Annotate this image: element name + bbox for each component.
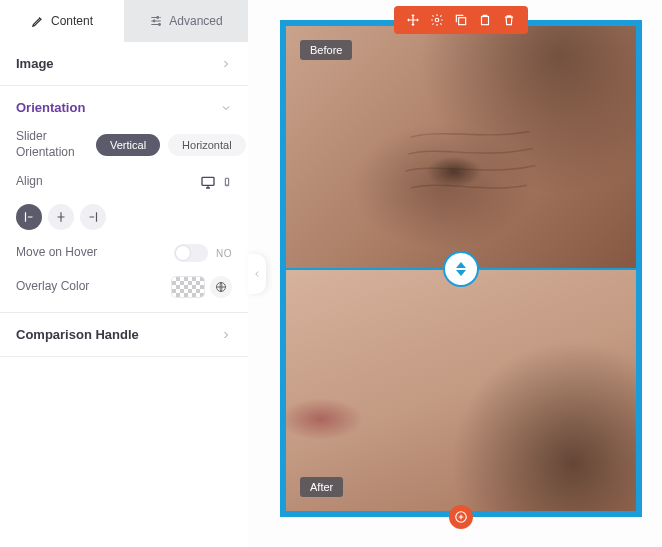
svg-point-6 <box>435 18 439 22</box>
section-orientation-title: Orientation <box>16 100 85 115</box>
tab-advanced[interactable]: Advanced <box>124 0 248 42</box>
sidebar-collapse-handle[interactable] <box>248 254 266 294</box>
svg-rect-7 <box>459 18 466 25</box>
after-image <box>286 269 636 512</box>
svg-point-0 <box>157 17 159 19</box>
move-on-hover-wrap: NO <box>174 244 232 262</box>
sidebar-tabs: Content Advanced <box>0 0 248 42</box>
preview-canvas: Before After <box>248 0 662 547</box>
device-mobile-button[interactable] <box>222 175 232 189</box>
section-orientation: Orientation Slider Orientation Vertical … <box>0 86 248 313</box>
copy-icon <box>478 13 492 27</box>
move-on-hover-label: Move on Hover <box>16 245 97 261</box>
align-center-button[interactable] <box>48 204 74 230</box>
align-label: Align <box>16 174 43 190</box>
svg-rect-3 <box>202 178 214 186</box>
section-image-title: Image <box>16 56 54 71</box>
orientation-pill-group: Vertical Horizontal <box>96 134 246 156</box>
field-overlay-color: Overlay Color <box>16 276 232 298</box>
slider-handle[interactable] <box>443 251 479 287</box>
add-widget-button[interactable] <box>449 505 473 529</box>
section-comparison-handle-title: Comparison Handle <box>16 327 139 342</box>
move-on-hover-text: NO <box>216 248 232 259</box>
align-start-icon <box>22 210 36 224</box>
svg-rect-8 <box>482 17 489 25</box>
section-image-head[interactable]: Image <box>16 56 232 71</box>
align-end-button[interactable] <box>80 204 106 230</box>
move-icon <box>406 13 420 27</box>
align-end-icon <box>86 210 100 224</box>
svg-point-1 <box>154 20 156 22</box>
chevron-down-icon <box>220 102 232 114</box>
field-align-options <box>16 204 232 230</box>
overlay-color-chip[interactable] <box>172 277 204 297</box>
tab-advanced-label: Advanced <box>169 14 222 28</box>
comparison-slider[interactable]: Before After <box>280 20 642 517</box>
section-comparison-handle: Comparison Handle <box>0 313 248 357</box>
align-center-icon <box>54 210 68 224</box>
overlay-color-controls <box>172 276 232 298</box>
wrinkle-texture <box>374 123 567 208</box>
pill-horizontal[interactable]: Horizontal <box>168 134 246 156</box>
trash-icon <box>502 13 516 27</box>
toolbar-copy-button[interactable] <box>478 13 492 27</box>
overlay-color-label: Overlay Color <box>16 279 89 295</box>
before-badge: Before <box>300 40 352 60</box>
field-move-on-hover: Move on Hover NO <box>16 244 232 262</box>
triangle-down-icon <box>456 270 466 276</box>
before-image <box>286 26 636 269</box>
global-color-button[interactable] <box>210 276 232 298</box>
responsive-switcher <box>200 174 232 190</box>
desktop-icon <box>200 174 216 190</box>
tab-content-label: Content <box>51 14 93 28</box>
toolbar-settings-button[interactable] <box>430 13 444 27</box>
pill-vertical[interactable]: Vertical <box>96 134 160 156</box>
field-align: Align <box>16 174 232 190</box>
toolbar-delete-button[interactable] <box>502 13 516 27</box>
section-orientation-head[interactable]: Orientation <box>16 100 232 115</box>
chevron-right-icon <box>220 58 232 70</box>
pencil-icon <box>31 14 45 28</box>
align-options <box>16 204 106 230</box>
slider-orientation-label: Slider Orientation <box>16 129 96 160</box>
move-on-hover-toggle[interactable] <box>174 244 208 262</box>
chevron-right-icon <box>220 329 232 341</box>
settings-sidebar: Content Advanced Image Orientation Slide… <box>0 0 248 547</box>
chevron-left-icon <box>252 267 262 281</box>
gear-icon <box>430 13 444 27</box>
toolbar-duplicate-button[interactable] <box>454 13 468 27</box>
section-comparison-handle-head[interactable]: Comparison Handle <box>16 327 232 342</box>
tab-content[interactable]: Content <box>0 0 124 42</box>
section-image: Image <box>0 42 248 86</box>
widget-frame[interactable]: Before After <box>280 20 642 517</box>
after-badge: After <box>300 477 343 497</box>
device-desktop-button[interactable] <box>200 174 216 190</box>
widget-toolbar <box>394 6 528 34</box>
duplicate-icon <box>454 13 468 27</box>
plus-circle-icon <box>454 510 468 524</box>
triangle-up-icon <box>456 262 466 268</box>
align-start-button[interactable] <box>16 204 42 230</box>
toolbar-move-button[interactable] <box>406 13 420 27</box>
globe-icon <box>215 281 227 293</box>
mobile-icon <box>222 175 232 189</box>
sliders-icon <box>149 14 163 28</box>
field-slider-orientation: Slider Orientation Vertical Horizontal <box>16 129 232 160</box>
